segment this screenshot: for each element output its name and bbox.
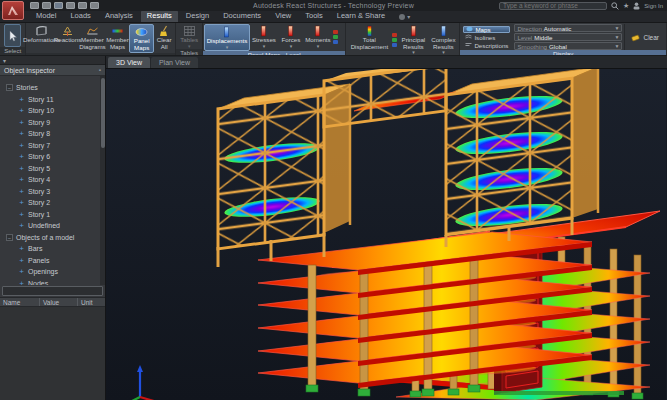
expand-icon[interactable]: +	[18, 175, 25, 184]
tree-scrollbar[interactable]	[100, 76, 105, 285]
expand-icon[interactable]: +	[18, 244, 25, 253]
tree-item-story-11[interactable]: +Story 11	[0, 94, 105, 106]
column-value: Value	[40, 298, 78, 306]
global-mini-toggle-icons[interactable]	[391, 24, 398, 55]
expand-icon[interactable]: +	[18, 95, 25, 104]
tab-tools[interactable]: Tools	[299, 10, 329, 22]
sign-in-person-icon[interactable]	[633, 2, 640, 10]
tab-model[interactable]: Model	[30, 10, 62, 22]
viewport: 3D View Plan View	[106, 56, 667, 400]
scrollbar-thumb[interactable]	[101, 78, 105, 148]
favorites-star-icon[interactable]: ★	[623, 2, 629, 10]
tree-item-story-6[interactable]: +Story 6	[0, 151, 105, 163]
print-icon[interactable]	[66, 2, 75, 9]
search-icon[interactable]	[611, 2, 619, 10]
expand-icon[interactable]: +	[18, 129, 25, 138]
level-dropdown[interactable]: Level Middle ▼	[514, 33, 622, 41]
expand-icon[interactable]: +	[18, 152, 25, 161]
tab-documents[interactable]: Documents	[217, 10, 267, 22]
tab-results[interactable]: Results	[141, 10, 178, 22]
expand-icon[interactable]: +	[18, 187, 25, 196]
expand-icon[interactable]: +	[18, 267, 25, 276]
tab-3d-view[interactable]: 3D View	[108, 57, 150, 68]
tree-item-story-10[interactable]: +Story 10	[0, 105, 105, 117]
tab-analysis[interactable]: Analysis	[99, 10, 139, 22]
open-icon[interactable]	[42, 2, 51, 9]
tree-item-story-8[interactable]: +Story 8	[0, 128, 105, 140]
tab-design[interactable]: Design	[180, 10, 215, 22]
tree-item-story-7[interactable]: +Story 7	[0, 140, 105, 152]
displacements-button[interactable]: Displacements▾	[204, 24, 250, 51]
tree-item-nodes[interactable]: +Nodes	[0, 278, 105, 286]
deformations-button[interactable]: Deformations	[27, 24, 55, 53]
tree-item-story-5[interactable]: +Story 5	[0, 163, 105, 175]
tree-group-objects[interactable]: −Objects of a model	[0, 232, 105, 244]
3d-canvas[interactable]	[106, 69, 667, 400]
tree-item-openings[interactable]: +Openings	[0, 266, 105, 278]
tree-group-stories[interactable]: −Stories	[0, 82, 105, 94]
expand-icon[interactable]: +	[18, 106, 25, 115]
sign-in-label[interactable]: Sign In	[644, 2, 663, 10]
select-button[interactable]	[4, 24, 21, 47]
expand-icon[interactable]: +	[18, 221, 25, 230]
complex-results-button[interactable]: Complex Results▾	[428, 24, 458, 55]
descriptions-toggle[interactable]: Descriptions	[463, 42, 510, 49]
direction-dropdown[interactable]: Direction Automatic ▼	[514, 24, 622, 32]
tree-item-story-4[interactable]: +Story 4	[0, 174, 105, 186]
tables-button[interactable]: Tables ▾	[179, 24, 199, 49]
principal-results-button[interactable]: Principal Results▾	[398, 24, 428, 55]
ribbon-options-icon[interactable]	[399, 14, 405, 20]
app-button[interactable]	[2, 1, 24, 20]
isolines-toggle[interactable]: Isolines	[463, 34, 510, 41]
group-panel-maps-global: Total Displacement Principal Results▾ Co…	[346, 23, 460, 55]
clear-button[interactable]: Clear	[624, 24, 665, 50]
member-maps-button[interactable]: Member Maps	[105, 24, 129, 53]
panel-maps-button[interactable]: Panel Maps	[129, 24, 153, 53]
tab-learn-share[interactable]: Learn & Share	[331, 10, 391, 22]
expand-icon[interactable]: +	[18, 141, 25, 150]
local-mini-toggle-icons[interactable]	[332, 24, 339, 51]
group-label-types: Types of Results	[26, 53, 175, 55]
expand-icon[interactable]: +	[18, 118, 25, 127]
tree-item-undefined[interactable]: +Undefined	[0, 220, 105, 232]
group-types-of-results: Deformations Reactions Member Diagrams M…	[26, 23, 176, 55]
new-icon[interactable]	[30, 2, 39, 9]
maps-toggle[interactable]: Maps	[463, 26, 510, 33]
expand-icon[interactable]: +	[18, 164, 25, 173]
tree-item-bars[interactable]: +Bars	[0, 243, 105, 255]
tab-view[interactable]: View	[269, 10, 297, 22]
expand-icon[interactable]: +	[18, 210, 25, 219]
expand-icon[interactable]: +	[18, 198, 25, 207]
descriptions-icon	[465, 42, 472, 48]
expand-icon[interactable]: +	[18, 256, 25, 265]
panel-menu-icon[interactable]: ▪	[99, 67, 101, 73]
smoothing-dropdown[interactable]: Smoothing Global ▼	[514, 42, 622, 50]
tree-filter-input[interactable]	[2, 286, 103, 296]
forces-button[interactable]: Forces▾	[278, 24, 304, 51]
undo-icon[interactable]	[78, 2, 87, 9]
clear-eraser-icon	[631, 33, 640, 42]
collapse-icon[interactable]: −	[6, 234, 13, 241]
panel-title: Object Inspector	[4, 67, 55, 74]
pane-selector[interactable]: ▾	[0, 56, 105, 65]
save-icon[interactable]	[54, 2, 63, 9]
stresses-button[interactable]: Stresses▾	[250, 24, 278, 51]
reactions-button[interactable]: Reactions	[55, 24, 79, 53]
tab-plan-view[interactable]: Plan View	[151, 57, 198, 68]
tree-item-story-9[interactable]: +Story 9	[0, 117, 105, 129]
redo-icon[interactable]	[90, 2, 99, 9]
tree-item-story-3[interactable]: +Story 3	[0, 186, 105, 198]
tree-item-panels[interactable]: +Panels	[0, 255, 105, 267]
clear-all-button[interactable]: Clear All	[154, 24, 175, 53]
total-displacement-button[interactable]: Total Displacement	[347, 24, 391, 55]
collapse-icon[interactable]: −	[6, 84, 13, 91]
search-input[interactable]	[499, 2, 607, 10]
member-diagrams-button[interactable]: Member Diagrams	[79, 24, 105, 53]
moments-button[interactable]: Moments▾	[304, 24, 332, 51]
title-bar: Autodesk React Structures - Technology P…	[0, 0, 667, 11]
tree-item-story-2[interactable]: +Story 2	[0, 197, 105, 209]
tree-item-story-1[interactable]: +Story 1	[0, 209, 105, 221]
ribbon-collapse-caret-icon[interactable]: ▾	[407, 13, 410, 20]
expand-icon[interactable]: +	[18, 279, 25, 285]
tab-loads[interactable]: Loads	[64, 10, 96, 22]
